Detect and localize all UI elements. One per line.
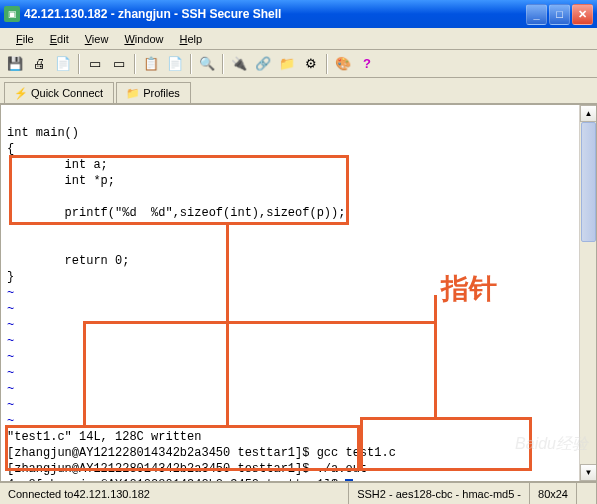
profiles-tab[interactable]: 📁 Profiles [116,82,191,103]
menu-view[interactable]: View [77,31,117,47]
terminal-line: [zhangjun@AY121228014342b2a3450 testtar1… [7,446,396,460]
status-grip [577,483,597,504]
save-icon[interactable]: 💾 [4,53,26,75]
scroll-track[interactable] [580,122,596,464]
code-line: printf("%d %d",sizeof(int),sizeof(p)); [7,206,345,220]
quick-connect-tab[interactable]: ⚡ Quick Connect [4,82,114,103]
code-line: int main() [7,126,79,140]
profiles-icon[interactable]: 📁 [276,53,298,75]
paste-icon[interactable]: 📄 [164,53,186,75]
minimize-button[interactable]: _ [526,4,547,25]
titlebar: ▣ 42.121.130.182 - zhangjun - SSH Secure… [0,0,597,28]
window-controls: _ □ ✕ [526,4,593,25]
settings-icon[interactable]: ⚙ [300,53,322,75]
disconnect-icon[interactable]: 🔌 [228,53,250,75]
status-host: Connected to 42.121.130.182 [0,483,349,504]
separator [78,54,80,74]
tab-bar: ⚡ Quick Connect 📁 Profiles [0,78,597,104]
preview-icon[interactable]: 📄 [52,53,74,75]
code-line: int *p; [7,174,115,188]
code-line: { [7,142,14,156]
menu-edit[interactable]: Edit [42,31,77,47]
status-size: 80x24 [530,483,577,504]
vim-tilde: ~ [7,302,14,316]
copy-icon[interactable]: 📋 [140,53,162,75]
separator [326,54,328,74]
new-terminal-icon[interactable]: ▭ [84,53,106,75]
terminal-line: "test1.c" 14L, 128C written [7,430,201,444]
window-title: 42.121.130.182 - zhangjun - SSH Secure S… [24,7,526,21]
menu-window[interactable]: Window [116,31,171,47]
find-icon[interactable]: 🔍 [196,53,218,75]
toolbar: 💾 🖨 📄 ▭ ▭ 📋 📄 🔍 🔌 🔗 📁 ⚙ 🎨 ? [0,50,597,78]
vim-tilde: ~ [7,334,14,348]
code-line: int a; [7,158,108,172]
statusbar: Connected to 42.121.130.182 SSH2 - aes12… [0,482,597,504]
menu-file[interactable]: File [8,31,42,47]
watermark: Baidu经验 [515,434,588,455]
vim-tilde: ~ [7,366,14,380]
separator [222,54,224,74]
folder-icon: 📁 [127,87,139,99]
code-line: } [7,270,14,284]
vim-tilde: ~ [7,350,14,364]
separator [190,54,192,74]
vim-tilde: ~ [7,414,14,428]
code-line: return 0; [7,254,129,268]
close-button[interactable]: ✕ [572,4,593,25]
tab-label: Quick Connect [31,87,103,99]
status-connection: SSH2 - aes128-cbc - hmac-md5 - [349,483,530,504]
help-icon[interactable]: ? [356,53,378,75]
scroll-up-button[interactable]: ▲ [580,105,597,122]
vim-tilde: ~ [7,286,14,300]
scroll-thumb[interactable] [581,122,596,242]
cursor [345,479,353,482]
menubar: File Edit View Window Help [0,28,597,50]
lightning-icon: ⚡ [15,87,27,99]
terminal-content[interactable]: int main() { int a; int *p; printf("%d %… [1,105,596,482]
colors-icon[interactable]: 🎨 [332,53,354,75]
separator [134,54,136,74]
vim-tilde: ~ [7,382,14,396]
menu-help[interactable]: Help [172,31,211,47]
connect-icon[interactable]: 🔗 [252,53,274,75]
tab-label: Profiles [143,87,180,99]
terminal-line: [zhangjun@AY121228014342b2a3450 testtar1… [7,462,367,476]
vertical-scrollbar[interactable]: ▲ ▼ [579,105,596,481]
print-icon[interactable]: 🖨 [28,53,50,75]
terminal-area[interactable]: int main() { int a; int *p; printf("%d %… [0,104,597,482]
maximize-button[interactable]: □ [549,4,570,25]
app-icon: ▣ [4,6,20,22]
scroll-down-button[interactable]: ▼ [580,464,597,481]
terminal-line: 4 8[zhangjun@AY121228014342b2a3450 testt… [7,478,345,482]
vim-tilde: ~ [7,398,14,412]
vim-tilde: ~ [7,318,14,332]
new-file-icon[interactable]: ▭ [108,53,130,75]
